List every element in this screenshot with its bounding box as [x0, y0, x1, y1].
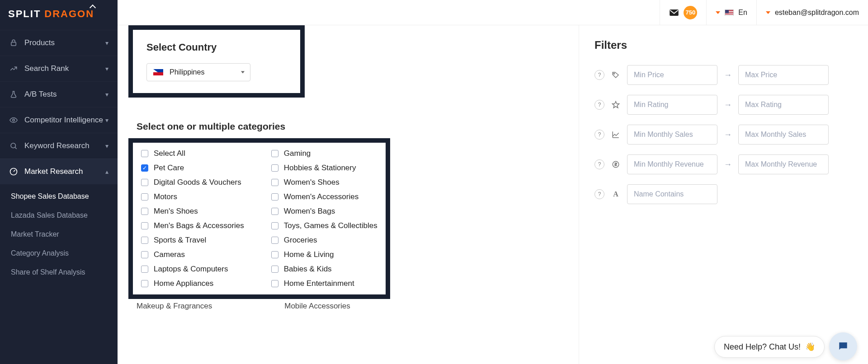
nav-products[interactable]: Products ▾ — [0, 30, 118, 56]
chevron-down-icon: ▾ — [105, 91, 108, 98]
chat-label: Need Help? Chat Us! — [724, 342, 801, 352]
category-row[interactable]: Men's Shoes — [141, 207, 244, 216]
category-row[interactable]: Home Entertainment — [271, 279, 377, 288]
min-price-input[interactable] — [627, 65, 717, 85]
category-row[interactable]: Women's Shoes — [271, 178, 377, 187]
checkbox[interactable] — [271, 164, 278, 172]
nav-label: Search Rank — [24, 64, 69, 73]
category-row[interactable]: Gaming — [271, 149, 377, 158]
checkbox[interactable] — [141, 150, 148, 157]
svg-marker-7 — [613, 102, 619, 108]
max-revenue-input[interactable] — [738, 154, 829, 174]
help-icon[interactable]: ? — [594, 130, 604, 140]
category-row[interactable]: Select All — [141, 149, 244, 158]
topbar-lang[interactable]: En — [706, 0, 756, 25]
help-icon[interactable]: ? — [594, 70, 604, 80]
help-icon[interactable]: ? — [594, 159, 604, 169]
category-row[interactable]: Babies & Kids — [271, 265, 377, 274]
nav-market-research[interactable]: Market Research ▴ — [0, 159, 118, 184]
checkbox[interactable] — [141, 193, 148, 201]
category-row[interactable]: Hobbies & Stationery — [271, 163, 377, 173]
cat-below-2[interactable]: Mobile Accessories — [284, 302, 350, 311]
category-row[interactable]: Men's Bags & Accessories — [141, 221, 244, 230]
nav-keyword[interactable]: Keyword Research ▾ — [0, 133, 118, 159]
checkbox[interactable] — [271, 266, 278, 273]
sub-shelf[interactable]: Share of Shelf Analysis — [0, 263, 118, 282]
category-row[interactable]: Home Appliances — [141, 279, 244, 288]
sub-lazada[interactable]: Lazada Sales Database — [0, 206, 118, 225]
nav-search-rank[interactable]: Search Rank ▾ — [0, 56, 118, 81]
topbar-user[interactable]: esteban@splitdragon.com — [756, 0, 868, 25]
checkbox[interactable] — [271, 251, 278, 258]
categories-col2: GamingHobbies & StationeryWomen's ShoesW… — [271, 149, 377, 288]
checkbox[interactable] — [141, 266, 148, 273]
dollar-icon — [611, 160, 621, 168]
category-row[interactable]: Toys, Games & Collectibles — [271, 221, 377, 230]
arrow-right-icon: → — [724, 70, 732, 80]
categories-box: Select All✓Pet CareDigital Goods & Vouch… — [128, 138, 390, 299]
category-label: Women's Bags — [284, 207, 335, 216]
min-revenue-input[interactable] — [627, 154, 717, 174]
category-row[interactable]: Women's Accessories — [271, 192, 377, 201]
sub-category[interactable]: Category Analysis — [0, 244, 118, 263]
category-row[interactable]: Sports & Travel — [141, 236, 244, 245]
category-label: Groceries — [284, 236, 317, 245]
country-selected: Philippines — [170, 68, 204, 76]
checkbox[interactable] — [141, 222, 148, 229]
category-row[interactable]: Laptops & Computers — [141, 265, 244, 274]
category-label: Motors — [154, 192, 177, 201]
max-price-input[interactable] — [738, 65, 829, 85]
max-sales-input[interactable] — [738, 125, 829, 145]
nav-ab-tests[interactable]: A/B Tests ▾ — [0, 81, 118, 107]
text-icon: A — [611, 190, 621, 198]
chevron-down-icon: ▾ — [105, 142, 108, 149]
sub-shopee[interactable]: Shopee Sales Database — [0, 187, 118, 206]
topbar-mail[interactable]: 750 — [660, 0, 706, 25]
cat-below-1[interactable]: Makeup & Fragrances — [137, 302, 212, 311]
category-row[interactable]: Groceries — [271, 236, 377, 245]
min-sales-input[interactable] — [627, 125, 717, 145]
category-row[interactable]: Home & Living — [271, 250, 377, 259]
wave-icon: 👋 — [805, 342, 815, 352]
nav-competitor[interactable]: Competitor Intelligence ▾ — [0, 107, 118, 133]
mail-icon — [669, 9, 679, 16]
min-rating-input[interactable] — [627, 95, 717, 115]
checkbox[interactable] — [271, 208, 278, 215]
category-row[interactable]: ✓Pet Care — [141, 163, 244, 173]
checkbox[interactable] — [271, 222, 278, 229]
sub-tracker[interactable]: Market Tracker — [0, 225, 118, 244]
category-row[interactable]: Women's Bags — [271, 207, 377, 216]
help-icon[interactable]: ? — [594, 189, 604, 199]
svg-rect-0 — [11, 42, 16, 46]
checkbox[interactable] — [141, 237, 148, 244]
checkbox[interactable] — [141, 280, 148, 287]
checkbox[interactable] — [271, 179, 278, 186]
chevron-down-icon: ▾ — [105, 39, 108, 47]
filter-row-sales: ? → — [594, 125, 853, 145]
help-icon[interactable]: ? — [594, 100, 604, 110]
category-label: Home Entertainment — [284, 279, 354, 288]
name-contains-input[interactable] — [627, 184, 717, 204]
category-row[interactable]: Cameras — [141, 250, 244, 259]
checkbox[interactable] — [141, 208, 148, 215]
category-row[interactable]: Digital Goods & Vouchers — [141, 178, 244, 187]
category-label: Home & Living — [284, 250, 334, 259]
checkbox[interactable]: ✓ — [141, 164, 148, 172]
search-icon — [9, 141, 18, 150]
max-rating-input[interactable] — [738, 95, 829, 115]
svg-point-2 — [11, 143, 16, 148]
checkbox[interactable] — [141, 179, 148, 186]
checkbox[interactable] — [141, 251, 148, 258]
checkbox[interactable] — [271, 280, 278, 287]
brand-split: SPLIT — [8, 8, 41, 20]
chat-pill[interactable]: Need Help? Chat Us! 👋 — [714, 336, 825, 358]
checkbox[interactable] — [271, 237, 278, 244]
checkbox[interactable] — [271, 150, 278, 157]
svg-point-1 — [13, 119, 15, 121]
arrow-right-icon: → — [724, 160, 732, 169]
chat-fab[interactable] — [829, 332, 857, 360]
category-label: Cameras — [154, 250, 185, 259]
country-select[interactable]: Philippines — [146, 63, 250, 81]
checkbox[interactable] — [271, 193, 278, 201]
category-row[interactable]: Motors — [141, 192, 244, 201]
